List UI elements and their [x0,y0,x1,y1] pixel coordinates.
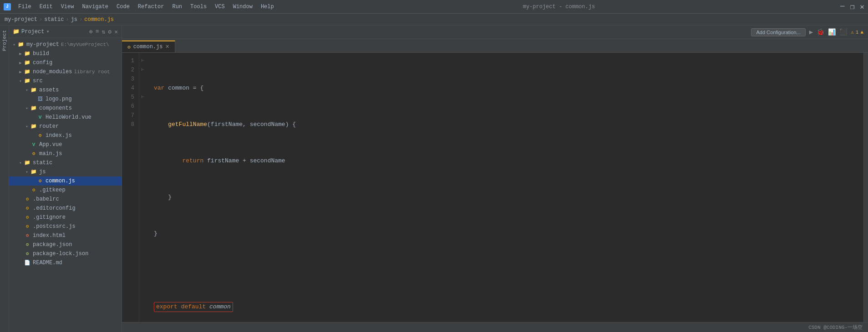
menu-edit[interactable]: Edit [36,2,56,11]
tree-item-babelrc[interactable]: ⚙ .babelrc [9,195,122,204]
breadcrumb-sep-3: › [79,16,82,23]
tree-item-js[interactable]: ▾ 📁 js [9,167,122,176]
tree-item-config[interactable]: ▶ 📁 config [9,58,122,67]
tree-root[interactable]: ▾ 📁 my-project E:\myVueProject\ [9,40,122,49]
tree-item-helloworld[interactable]: V HelloWorld.vue [9,113,122,122]
code-line-4: } [154,193,863,202]
breadcrumb-part-js[interactable]: js [71,16,77,23]
editor-scrollbar[interactable] [863,53,868,322]
tree-item-components[interactable]: ▾ 📁 components [9,104,122,113]
profile-button[interactable]: 📊 [828,28,836,36]
sidebar-thin: Project [0,25,9,332]
warning-indicator[interactable]: ⚠ 1 ▲ [851,29,863,35]
tree-item-static[interactable]: ▾ 📁 static [9,158,122,167]
editor-tab-common-js[interactable]: ⚙ common.js × [122,40,175,52]
minimize-button[interactable]: — [840,2,845,11]
menu-run[interactable]: Run [168,2,186,11]
tree-item-app-vue[interactable]: V App.vue [9,140,122,149]
node-modules-folder-icon: 📁 [24,68,31,75]
code-line-5: } [154,229,863,238]
package-json-label: package.json [33,241,72,248]
tree-item-package-lock-json[interactable]: ⚙ package-lock.json [9,249,122,258]
tree-item-router[interactable]: ▾ 📁 router [9,122,122,131]
logo-file-icon: 🖼 [36,96,44,103]
postcssrc-label: .postcssrc.js [33,223,76,230]
run-coverage-button[interactable]: ⬛ [839,28,847,36]
expand-icon[interactable]: ⇅ [102,28,106,35]
router-folder-icon: 📁 [30,123,37,130]
menu-code[interactable]: Code [113,2,133,11]
close-panel-icon[interactable]: ✕ [114,28,118,35]
tree-item-common-js[interactable]: ⚙ common.js [9,176,122,186]
project-panel-title: 📁 Project ▾ [13,28,50,35]
menu-navigate[interactable]: Navigate [78,2,112,11]
tree-item-index-html[interactable]: ⚙ index.html [9,231,122,240]
menu-refactor[interactable]: Refactor [134,2,168,11]
breadcrumb-part-file[interactable]: common.js [84,16,114,23]
menu-file[interactable]: File [15,2,35,11]
root-label: my-project [26,41,59,48]
menu-vcs[interactable]: VCS [211,2,228,11]
tree-item-src[interactable]: ▾ 📁 src [9,76,122,86]
router-index-file-icon: ⚙ [36,132,44,139]
tree-item-logo[interactable]: 🖼 logo.png [9,95,122,104]
helloworld-label: HelloWorld.vue [46,114,91,121]
sidebar-tab-project[interactable]: Project [1,28,8,53]
readme-file-icon: 📄 [24,259,31,267]
components-label: components [39,105,72,111]
node-modules-arrow: ▶ [17,70,24,75]
code-content[interactable]: var common = { getFullName(firstName, se… [147,53,863,322]
maximize-button[interactable]: ❐ [850,2,855,11]
package-json-file-icon: ⚙ [24,241,31,248]
watermark-text: CSDN @CODING-一场空 [808,324,863,331]
package-lock-file-icon: ⚙ [24,250,31,257]
tree-item-package-json[interactable]: ⚙ package.json [9,240,122,249]
tab-close-button[interactable]: × [165,44,169,50]
menu-bar: File Edit View Navigate Code Refactor Ru… [15,2,278,11]
node-modules-badge: library root [74,69,110,75]
tree-item-readme[interactable]: 📄 README.md [9,258,122,267]
config-label: config [33,60,52,66]
tree-item-gitkeep[interactable]: ⚙ .gitkeep [9,186,122,195]
debug-button[interactable]: 🐞 [817,28,824,36]
tree-item-router-index[interactable]: ⚙ index.js [9,131,122,140]
root-path: E:\myVueProject\ [61,42,109,47]
src-arrow: ▾ [17,79,24,84]
main-js-label: main.js [39,151,62,157]
folder-icon: 📁 [13,28,20,35]
breadcrumb-part-static[interactable]: static [44,16,64,23]
menu-window[interactable]: Window [229,2,256,11]
tree-item-editorconfig[interactable]: ⚙ .editorconfig [9,204,122,213]
menu-tools[interactable]: Tools [187,2,210,11]
project-panel-toolbar: ⊕ ≡ ⇅ ⚙ ✕ [89,28,118,35]
src-folder-icon: 📁 [24,77,31,85]
gitkeep-file-icon: ⚙ [30,186,37,194]
run-button[interactable]: ▶ [809,28,813,36]
static-folder-icon: 📁 [24,159,31,166]
project-dropdown-arrow[interactable]: ▾ [46,28,49,35]
add-configuration-button[interactable]: Add Configuration... [751,28,805,36]
postcssrc-file-icon: ⚙ [24,223,31,230]
window-title: my-project - common.js [523,4,595,10]
settings-icon[interactable]: ⚙ [108,28,112,35]
tree-item-build[interactable]: ▶ 📁 build [9,49,122,58]
app-vue-label: App.vue [39,141,62,148]
collapse-all-icon[interactable]: ≡ [96,28,99,35]
tree-item-assets[interactable]: ▾ 📁 assets [9,86,122,95]
node-modules-label: node_modules [33,69,72,75]
code-editor[interactable]: 1 2 3 4 5 6 7 8 ⊢ ⊢ ⊢ [122,53,868,322]
main-js-file-icon: ⚙ [30,150,37,157]
fold-gutter: ⊢ ⊢ ⊢ [139,53,147,322]
locate-file-icon[interactable]: ⊕ [89,28,93,35]
common-js-label: common.js [46,178,75,184]
title-bar-left: J File Edit View Navigate Code Refactor … [4,2,278,11]
app-icon: J [4,3,11,10]
tree-item-main-js[interactable]: ⚙ main.js [9,149,122,158]
breadcrumb-part-project[interactable]: my-project [5,16,37,23]
tree-item-postcssrc[interactable]: ⚙ .postcssrc.js [9,222,122,231]
menu-view[interactable]: View [57,2,78,11]
close-button[interactable]: ✕ [860,2,864,11]
tree-item-gitignore[interactable]: ⚙ .gitignore [9,213,122,222]
tree-item-node-modules[interactable]: ▶ 📁 node_modules library root [9,67,122,76]
menu-help[interactable]: Help [257,2,278,11]
